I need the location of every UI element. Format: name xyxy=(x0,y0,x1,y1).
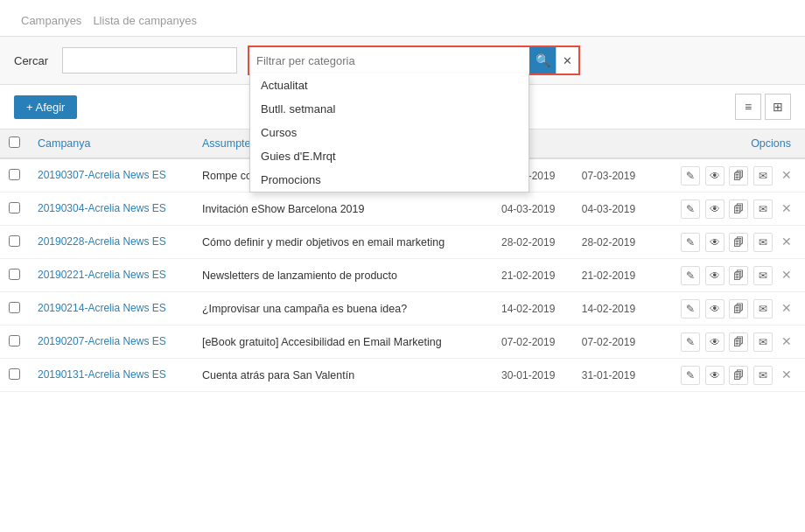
select-all-checkbox[interactable] xyxy=(9,136,20,148)
filter-category-input[interactable] xyxy=(249,47,529,74)
campaign-subject: Invitación eShow Barcelona 2019 xyxy=(193,192,493,226)
copy-icon[interactable]: 🗐 xyxy=(729,233,748,252)
edit-icon[interactable]: ✎ xyxy=(681,266,700,285)
view-icon[interactable]: 👁 xyxy=(705,299,724,318)
delete-icon[interactable]: ✕ xyxy=(777,199,796,218)
filter-dropdown-item[interactable]: Butll. setmanal xyxy=(250,97,528,121)
row-checkbox[interactable] xyxy=(9,235,20,247)
email-icon[interactable]: ✉ xyxy=(753,200,773,219)
edit-icon[interactable]: ✎ xyxy=(681,233,700,252)
campaign-actions: ✎ 👁 🗐 ✉ ✕ xyxy=(653,226,805,259)
list-icon: ≡ xyxy=(745,100,752,114)
copy-icon[interactable]: 🗐 xyxy=(729,166,748,186)
campaign-name[interactable]: 20190214-Acrelia News ES xyxy=(29,292,193,326)
campaign-name[interactable]: 20190207-Acrelia News ES xyxy=(29,326,193,359)
grid-icon: ⊞ xyxy=(773,100,783,114)
search-input[interactable] xyxy=(62,47,237,74)
view-icon[interactable]: 👁 xyxy=(705,332,724,352)
filter-dropdown-item[interactable]: Actualitat xyxy=(250,74,528,97)
campaign-name[interactable]: 20190131-Acrelia News ES xyxy=(29,359,193,392)
campaign-subject: Cómo definir y medir objetivos en email … xyxy=(193,226,493,259)
row-checkbox-cell xyxy=(0,192,29,226)
campaign-date2: 21-02-2019 xyxy=(573,259,654,292)
campaign-date2: 04-03-2019 xyxy=(573,192,654,226)
email-icon[interactable]: ✉ xyxy=(753,233,773,252)
table-row: 20190228-Acrelia News ES Cómo definir y … xyxy=(0,226,805,259)
toolbar: Cercar 🔍 ✕ ActualitatButll. setmanalCurs… xyxy=(0,37,805,85)
page-header: Campanyes Llista de campanyes xyxy=(0,0,805,37)
view-toggle: ≡ ⊞ xyxy=(735,94,791,120)
campaign-subject: Newsletters de lanzamiento de producto xyxy=(193,259,493,292)
table-row: 20190131-Acrelia News ES Cuenta atrás pa… xyxy=(0,359,805,392)
edit-icon[interactable]: ✎ xyxy=(681,366,700,385)
campaign-actions: ✎ 👁 🗐 ✉ ✕ xyxy=(653,292,805,326)
row-checkbox-cell xyxy=(0,158,29,192)
email-icon[interactable]: ✉ xyxy=(753,299,773,318)
filter-search-button[interactable]: 🔍 xyxy=(529,47,556,74)
edit-icon[interactable]: ✎ xyxy=(681,166,700,186)
campaign-actions: ✎ 👁 🗐 ✉ ✕ xyxy=(653,259,805,292)
table-row: 20190304-Acrelia News ES Invitación eSho… xyxy=(0,192,805,226)
row-checkbox[interactable] xyxy=(9,368,20,380)
close-icon: ✕ xyxy=(563,54,572,67)
campaign-date2: 14-02-2019 xyxy=(573,292,654,326)
filter-dropdown-item[interactable]: Promocions xyxy=(250,168,528,192)
delete-icon[interactable]: ✕ xyxy=(777,265,796,284)
list-view-button[interactable]: ≡ xyxy=(735,94,761,120)
filter-dropdown: ActualitatButll. setmanalCursosGuies d'E… xyxy=(249,74,529,192)
page-subtitle: Llista de campanyes xyxy=(93,14,197,27)
delete-icon[interactable]: ✕ xyxy=(777,298,796,318)
view-icon[interactable]: 👁 xyxy=(705,200,724,219)
col-options-header: Opcions xyxy=(653,130,805,158)
row-checkbox-cell xyxy=(0,326,29,359)
row-checkbox[interactable] xyxy=(9,335,20,346)
copy-icon[interactable]: 🗐 xyxy=(729,366,748,385)
campaign-name[interactable]: 20190221-Acrelia News ES xyxy=(29,259,193,292)
campaign-date1: 30-01-2019 xyxy=(493,359,573,392)
filter-dropdown-item[interactable]: Guies d'E.Mrqt xyxy=(250,144,528,168)
email-icon[interactable]: ✉ xyxy=(753,332,773,352)
filter-category-wrapper: 🔍 ✕ ActualitatButll. setmanalCursosGuies… xyxy=(248,46,580,75)
campaign-date1: 07-02-2019 xyxy=(493,326,573,359)
filter-dropdown-item[interactable]: Cursos xyxy=(250,121,528,144)
view-icon[interactable]: 👁 xyxy=(705,266,724,285)
col-check-header xyxy=(0,130,29,158)
email-icon[interactable]: ✉ xyxy=(753,266,773,285)
campaign-subject: [eBook gratuito] Accesibilidad en Email … xyxy=(193,326,493,359)
email-icon[interactable]: ✉ xyxy=(753,166,773,186)
copy-icon[interactable]: 🗐 xyxy=(729,266,748,285)
delete-icon[interactable]: ✕ xyxy=(777,232,796,251)
view-icon[interactable]: 👁 xyxy=(705,366,724,385)
row-checkbox[interactable] xyxy=(9,169,20,180)
grid-view-button[interactable]: ⊞ xyxy=(765,94,791,120)
campaign-date2: 07-02-2019 xyxy=(573,326,654,359)
row-checkbox-cell xyxy=(0,259,29,292)
campaign-date2: 07-03-2019 xyxy=(573,158,654,192)
view-icon[interactable]: 👁 xyxy=(705,166,724,186)
delete-icon[interactable]: ✕ xyxy=(777,332,796,351)
table-row: 20190214-Acrelia News ES ¿Improvisar una… xyxy=(0,292,805,326)
filter-clear-button[interactable]: ✕ xyxy=(556,47,578,74)
row-checkbox[interactable] xyxy=(9,302,20,313)
campaign-name[interactable]: 20190304-Acrelia News ES xyxy=(29,192,193,226)
copy-icon[interactable]: 🗐 xyxy=(729,332,748,352)
search-icon: 🔍 xyxy=(536,53,550,67)
edit-icon[interactable]: ✎ xyxy=(681,299,700,318)
page-title: Campanyes xyxy=(21,14,81,27)
copy-icon[interactable]: 🗐 xyxy=(729,200,748,219)
edit-icon[interactable]: ✎ xyxy=(681,332,700,352)
view-icon[interactable]: 👁 xyxy=(705,233,724,252)
campaign-date2: 31-01-2019 xyxy=(573,359,654,392)
add-campaign-button[interactable]: + Afegir xyxy=(14,95,77,119)
campaign-name[interactable]: 20190228-Acrelia News ES xyxy=(29,226,193,259)
filter-dropdown-list: ActualitatButll. setmanalCursosGuies d'E… xyxy=(250,74,528,192)
copy-icon[interactable]: 🗐 xyxy=(729,299,748,318)
campaign-name[interactable]: 20190307-Acrelia News ES xyxy=(29,158,193,192)
edit-icon[interactable]: ✎ xyxy=(681,200,700,219)
delete-icon[interactable]: ✕ xyxy=(777,365,796,384)
col-campaign-header: Campanya xyxy=(29,130,193,158)
email-icon[interactable]: ✉ xyxy=(753,366,773,385)
row-checkbox[interactable] xyxy=(9,202,20,214)
delete-icon[interactable]: ✕ xyxy=(777,165,796,185)
row-checkbox[interactable] xyxy=(9,269,20,280)
